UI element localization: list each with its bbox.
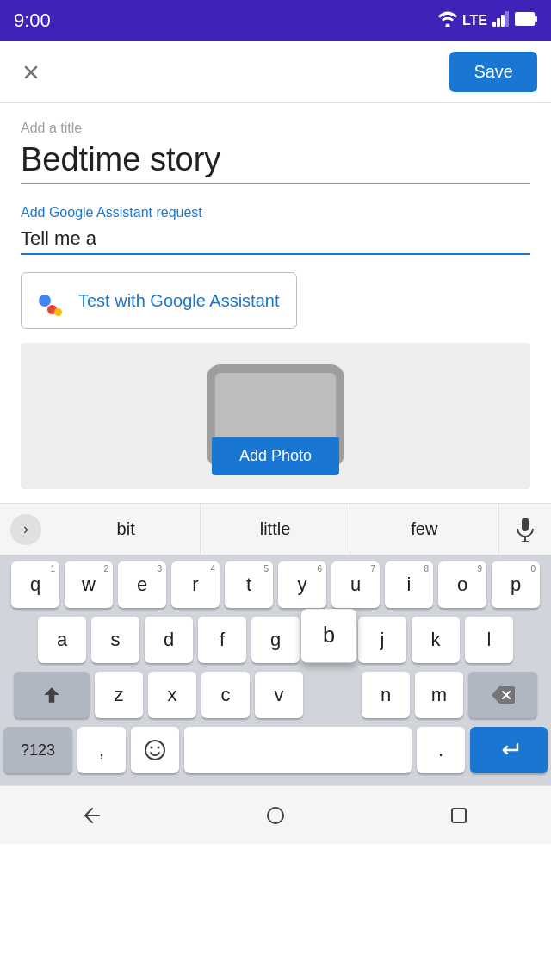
suggestion-few[interactable]: few [350,504,499,555]
key-t[interactable]: t5 [225,561,273,608]
title-input[interactable] [21,141,530,184]
key-y[interactable]: y6 [278,561,326,608]
assistant-input-wrapper [21,227,530,255]
key-j[interactable]: j [358,617,406,663]
save-button[interactable]: Save [449,52,537,92]
key-q[interactable]: q1 [11,561,59,608]
key-n[interactable]: n [362,672,410,718]
mic-button[interactable] [499,504,551,555]
google-assistant-logo [39,285,70,316]
main-content: Add a title Add Google Assistant request… [0,103,551,503]
keyboard-row-3: z x c v n m [3,672,548,718]
svg-point-14 [145,741,164,760]
status-time: 9:00 [14,9,51,32]
lte-icon: LTE [462,13,487,28]
shift-button[interactable] [14,672,90,718]
back-button[interactable] [75,798,109,833]
key-f[interactable]: f [198,617,246,663]
key-w[interactable]: w2 [65,561,113,608]
key-e[interactable]: e3 [118,561,166,608]
suggestion-expand: › [0,504,52,555]
key-g[interactable]: g [251,617,300,663]
key-d[interactable]: d [145,617,193,663]
key-l[interactable]: l [465,617,513,663]
signal-icon [492,11,510,30]
keyboard-suggestions: › bit little few [0,503,551,555]
ga-dot-yellow [54,308,62,316]
svg-point-18 [268,808,283,823]
svg-point-15 [151,747,153,749]
keyboard: q1 w2 e3 r4 t5 y6 u7 i8 o9 p0 a s d f g … [0,555,551,785]
svg-point-0 [445,24,449,28]
test-with-assistant-button[interactable]: Test with Google Assistant [21,272,297,329]
test-button-label: Test with Google Assistant [78,291,279,311]
space-button[interactable] [184,727,412,773]
key-k[interactable]: k [412,617,460,663]
nav-bar [0,785,551,844]
key-i[interactable]: i8 [385,561,433,608]
keyboard-row-4: ?123 , . [3,727,548,773]
assistant-label: Add Google Assistant request [21,205,530,220]
key-m[interactable]: m [415,672,463,718]
status-bar: 9:00 LTE [0,0,551,41]
key-p[interactable]: p0 [492,561,540,608]
keyboard-row-2: a s d f g b j k l [3,617,548,663]
key-b[interactable]: b [301,609,356,662]
emoji-button[interactable] [131,727,179,773]
battery-icon [515,12,537,29]
special-chars-button[interactable]: ?123 [3,727,72,773]
status-icons: LTE [438,11,537,30]
wifi-icon [438,11,457,30]
close-button[interactable] [14,55,48,90]
svg-rect-2 [497,18,500,27]
key-z[interactable]: z [95,672,143,718]
svg-rect-6 [535,16,537,22]
home-button[interactable] [258,798,293,833]
key-s[interactable]: s [91,617,139,663]
suggestion-little[interactable]: little [201,504,350,555]
svg-rect-19 [452,809,466,822]
suggestion-bit[interactable]: bit [52,504,201,555]
key-comma[interactable]: , [77,727,126,773]
key-period[interactable]: . [417,727,465,773]
key-c[interactable]: c [201,672,250,718]
image-preview: Add Photo [21,343,530,489]
delete-button[interactable] [468,672,537,718]
svg-rect-3 [501,15,505,27]
enter-button[interactable] [470,727,548,773]
svg-rect-9 [522,518,529,531]
key-x[interactable]: x [148,672,196,718]
keyboard-row-1: q1 w2 e3 r4 t5 y6 u7 i8 o9 p0 [3,561,548,608]
toolbar: Save [0,41,551,103]
recents-button[interactable] [442,798,476,833]
title-label: Add a title [21,121,530,136]
svg-rect-1 [492,22,496,27]
key-u[interactable]: u7 [331,561,380,608]
add-photo-button[interactable]: Add Photo [212,437,339,475]
assistant-input[interactable] [21,227,530,250]
svg-point-16 [158,747,160,749]
svg-rect-5 [516,13,535,26]
key-v[interactable]: v [255,672,303,718]
key-a[interactable]: a [38,617,86,663]
expand-suggestions-button[interactable]: › [10,514,41,545]
key-o[interactable]: o9 [438,561,486,608]
key-r[interactable]: r4 [171,561,220,608]
svg-rect-4 [505,11,509,27]
